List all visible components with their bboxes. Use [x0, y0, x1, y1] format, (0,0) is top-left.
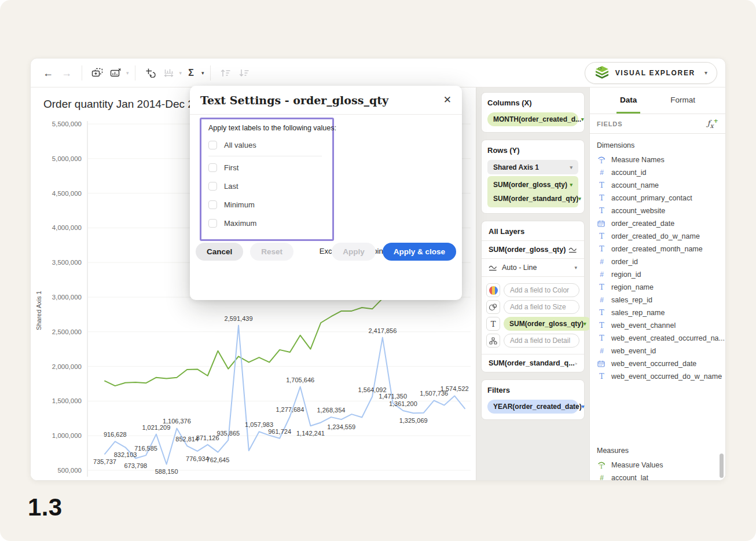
fields-scrollbar[interactable] [720, 454, 724, 478]
field-item[interactable]: #sales_rep_id [590, 294, 725, 306]
sort-ascending-button[interactable] [216, 64, 235, 82]
remove-chart-button[interactable] [107, 64, 125, 82]
remove-chart-chevron-icon[interactable]: ▾ [126, 70, 129, 76]
filter-pill[interactable]: YEAR(order_created_date) ▾ [487, 400, 578, 414]
aggregate-chevron-icon[interactable]: ▾ [201, 70, 204, 76]
field-item[interactable]: Tweb_event_created_occurred_na... [590, 332, 725, 345]
dimensions-label: Dimensions [597, 141, 718, 149]
line-chart-icon [575, 360, 577, 367]
aggregate-button[interactable]: Σ [182, 64, 200, 82]
point-label: 716,585 [134, 445, 157, 452]
label-option-minimum[interactable]: Minimum [208, 195, 332, 214]
field-item[interactable]: Taccount_primary_contact [590, 192, 725, 204]
pill-chevron-icon[interactable]: ▾ [582, 404, 585, 410]
field-item[interactable]: #order_id [590, 255, 725, 268]
option-divider [208, 156, 322, 156]
field-item[interactable]: Taccount_name [590, 179, 725, 192]
reset-button[interactable]: Reset [250, 243, 293, 261]
pill-chevron-icon[interactable]: ▾ [583, 321, 586, 327]
size-well-input[interactable]: Add a field to Size [504, 300, 579, 314]
y-tick-label: 1,000,000 [52, 432, 82, 439]
swap-axes-button[interactable] [141, 64, 160, 82]
field-item[interactable]: #account_lat [590, 471, 725, 481]
checkbox-icon[interactable] [208, 141, 217, 149]
checkbox-icon[interactable] [208, 219, 217, 228]
field-item[interactable]: Tsales_rep_name [590, 306, 725, 319]
point-label: 735,737 [93, 458, 116, 465]
size-well-icon[interactable] [486, 300, 500, 314]
checkbox-icon[interactable] [208, 200, 217, 209]
columns-field-pill[interactable]: MONTH(order_created_d... ▾ [487, 112, 578, 126]
bar-width-button[interactable] [160, 64, 178, 82]
checkbox-icon[interactable] [208, 182, 217, 191]
field-item[interactable]: Taccount_website [590, 204, 725, 217]
add-calculated-field-icon[interactable]: ƒx+ [707, 118, 718, 130]
label-option-maximum[interactable]: Maximum [208, 214, 332, 232]
tab-data[interactable]: Data [616, 87, 640, 114]
forward-button[interactable]: → [57, 64, 76, 82]
filters-title: Filters [487, 386, 578, 394]
color-well-input[interactable]: Add a field to Color [504, 283, 579, 297]
apply-button[interactable]: Apply [332, 243, 376, 261]
text-well-icon[interactable]: T [486, 317, 500, 331]
field-item[interactable]: Torder_created_do_w_name [590, 230, 725, 243]
field-item[interactable]: #web_event_id [590, 345, 725, 357]
point-label: 2,417,856 [368, 327, 397, 334]
sort-ascending-icon [220, 68, 231, 78]
pill-chevron-icon[interactable]: ▾ [570, 182, 572, 188]
layer-standard-row[interactable]: SUM(order_standard_q... [482, 354, 584, 372]
rows-field-pill[interactable]: SUM(order_gloss_qty)▾ [487, 178, 578, 192]
field-item[interactable]: Tweb_event_occurred_do_w_name [590, 370, 725, 383]
label-option-last[interactable]: Last [208, 177, 332, 195]
close-icon[interactable]: ✕ [443, 94, 452, 106]
cancel-button[interactable]: Cancel [196, 243, 243, 261]
y-tick-label: 1,500,000 [52, 397, 82, 404]
layer-gloss-row[interactable]: SUM(order_gloss_qty) [482, 241, 584, 259]
pill-chevron-icon[interactable]: ▾ [578, 196, 581, 202]
detail-well-icon[interactable] [486, 334, 500, 348]
label-option-first[interactable]: First [208, 158, 332, 177]
pill-chevron-icon[interactable]: ▾ [570, 165, 572, 170]
number-field-icon: # [597, 258, 606, 265]
modal-title: Text Settings - order_gloss_qty [200, 94, 388, 107]
shelf-column: Columns (X) MONTH(order_created_d... ▾ R… [476, 87, 589, 481]
field-item[interactable]: web_event_occurred_date [590, 357, 725, 370]
sort-descending-button[interactable] [235, 64, 254, 82]
field-item[interactable]: Torder_created_month_name [590, 243, 725, 255]
field-item[interactable]: #region_id [590, 268, 725, 281]
rows-field-group: SUM(order_gloss_qty)▾SUM(order_standard_… [487, 176, 578, 207]
field-item[interactable]: TMeasure Values [590, 459, 725, 471]
checkbox-icon[interactable] [208, 163, 217, 172]
text-field-icon: T [597, 373, 606, 381]
mark-type-select[interactable]: Auto - Line ▾ [482, 259, 584, 277]
y-tick-label: 5,000,000 [52, 155, 82, 162]
remove-chart-icon [110, 68, 122, 78]
point-label: 762,645 [207, 456, 230, 463]
y-tick-label: 5,500,000 [52, 120, 82, 127]
visual-explorer-menu-button[interactable]: VISUAL EXPLORER ▾ [585, 62, 717, 84]
number-field-icon: # [597, 169, 606, 176]
series-line-1[interactable] [105, 326, 465, 465]
field-item[interactable]: order_created_date [590, 217, 725, 230]
color-well-icon[interactable] [486, 283, 500, 297]
field-item[interactable]: Tregion_name [590, 281, 725, 294]
field-item[interactable]: #account_id [590, 166, 725, 179]
rows-field-pill[interactable]: SUM(order_standard_qty)▾ [487, 192, 578, 206]
measures-label: Measures [597, 447, 718, 455]
back-button[interactable]: ← [39, 64, 57, 82]
number-field-icon: # [597, 297, 606, 304]
tab-format[interactable]: Format [667, 87, 699, 114]
detail-well-input[interactable]: Add a field to Detail [504, 334, 579, 348]
y-tick-label: 3,000,000 [52, 294, 82, 301]
label-option-all-values[interactable]: All values [208, 136, 332, 154]
shared-axis-pill[interactable]: Shared Axis 1 ▾ [487, 160, 578, 174]
new-frame-button[interactable] [88, 64, 107, 82]
field-item[interactable]: TMeasure Names [590, 153, 725, 166]
text-well-pill[interactable]: SUM(order_gloss_qty) ▾ [504, 317, 589, 331]
field-item[interactable]: Tweb_event_channel [590, 319, 725, 332]
pill-chevron-icon[interactable]: ▾ [581, 116, 584, 122]
text-well-row: T SUM(order_gloss_qty) ▾ [486, 317, 579, 331]
text-field-icon: T [597, 195, 606, 202]
measures-list: TMeasure Values#account_lat [590, 459, 725, 481]
apply-close-button[interactable]: Apply & close [383, 243, 456, 261]
